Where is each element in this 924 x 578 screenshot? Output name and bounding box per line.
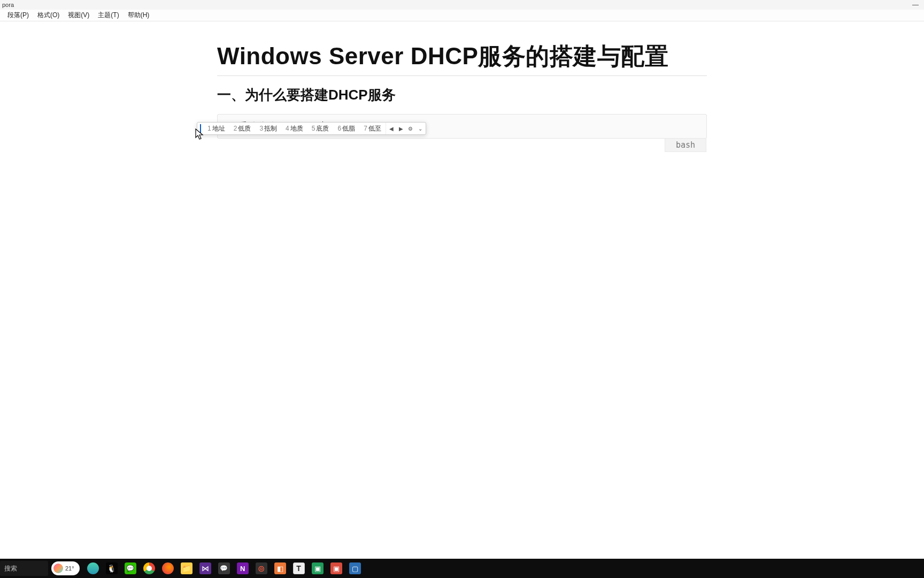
weather-temp: 21° [65, 565, 74, 572]
ime-cursor-indicator [200, 124, 201, 133]
ime-candidate-popup[interactable]: 1地址 2低质 3抵制 4地质 5底质 6低脂 7低至 ◀ ▶ ⚙ ⌄ [197, 122, 426, 135]
taskbar-search[interactable]: 搜索 [0, 561, 48, 576]
taskbar-edge-icon[interactable] [87, 562, 99, 574]
weather-widget[interactable]: 21° [51, 561, 80, 575]
ime-candidate-5[interactable]: 5底质 [307, 124, 334, 133]
taskbar-visualstudio-icon[interactable] [199, 562, 211, 574]
taskbar-wechat-icon[interactable] [125, 562, 136, 574]
ime-prev-icon[interactable]: ◀ [388, 126, 395, 132]
title-bar: pora — [0, 0, 924, 10]
taskbar-chat-icon[interactable] [218, 562, 230, 574]
weather-icon [53, 564, 63, 573]
ime-candidate-3[interactable]: 3抵制 [255, 124, 281, 133]
taskbar-recorder-icon[interactable] [330, 562, 342, 574]
section-title: 一、为什么要搭建DHCP服务 [217, 86, 707, 104]
menu-bar: 段落(P) 格式(O) 视图(V) 主题(T) 帮助(H) [0, 10, 924, 21]
taskbar-qq-icon[interactable] [106, 562, 118, 574]
ime-candidate-1[interactable]: 1地址 [203, 124, 229, 133]
taskbar-green-icon[interactable] [312, 562, 324, 574]
ime-candidate-2[interactable]: 2低质 [229, 124, 256, 133]
taskbar[interactable]: 搜索 21° [0, 559, 924, 578]
taskbar-onenote-icon[interactable] [237, 562, 249, 574]
ime-settings-icon[interactable]: ⚙ [407, 126, 414, 132]
ime-expand-icon[interactable]: ⌄ [417, 126, 424, 132]
code-language-tag[interactable]: bash [665, 138, 706, 152]
ime-next-icon[interactable]: ▶ [398, 126, 404, 132]
ime-candidate-4[interactable]: 4地质 [281, 124, 307, 133]
menu-theme[interactable]: 主题(T) [94, 10, 123, 21]
menu-view[interactable]: 视图(V) [64, 10, 94, 21]
app-title: pora [2, 2, 14, 8]
ime-candidate-7[interactable]: 7低至 [359, 124, 386, 133]
taskbar-typora-icon[interactable] [293, 562, 305, 574]
taskbar-app-icon[interactable] [349, 562, 361, 574]
ime-candidate-6[interactable]: 6低脂 [333, 124, 359, 133]
taskbar-firefox-icon[interactable] [162, 562, 174, 574]
taskbar-vm-icon[interactable] [274, 562, 286, 574]
menu-paragraph[interactable]: 段落(P) [3, 10, 33, 21]
taskbar-chrome-icon[interactable] [143, 562, 155, 574]
taskbar-explorer-icon[interactable] [181, 562, 192, 574]
menu-format[interactable]: 格式(O) [33, 10, 64, 21]
minimize-button[interactable]: — [912, 1, 919, 9]
page-title: Windows Server DHCP服务的搭建与配置 [217, 41, 707, 76]
editor-area[interactable]: Windows Server DHCP服务的搭建与配置 一、为什么要搭建DHCP… [217, 21, 707, 139]
menu-help[interactable]: 帮助(H) [124, 10, 154, 21]
taskbar-disc-icon[interactable] [256, 562, 267, 574]
